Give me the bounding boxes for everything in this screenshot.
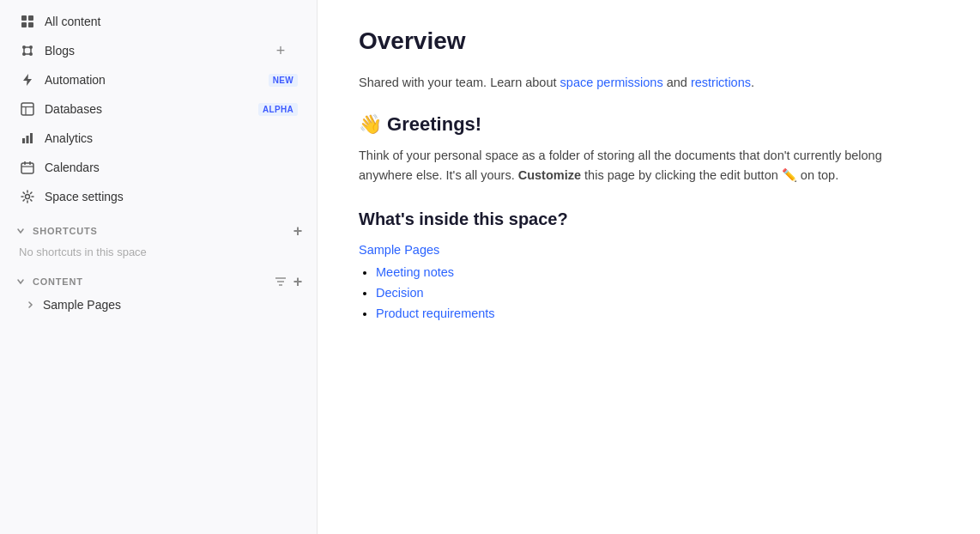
sidebar-item-all-content[interactable]: All content (5, 8, 312, 35)
sidebar-item-analytics[interactable]: Analytics (5, 124, 312, 152)
svg-rect-17 (27, 136, 29, 143)
sidebar-item-calendars[interactable]: Calendars (5, 154, 312, 181)
list-item: Product requirements (376, 306, 939, 320)
content-add-button[interactable]: + (293, 274, 303, 289)
sample-pages-list: Meeting notes Decision Product requireme… (359, 265, 939, 320)
calendar-icon (19, 159, 36, 176)
sidebar: All content Blogs + Automation NEW (0, 0, 318, 534)
page-title: Overview (359, 27, 939, 55)
svg-rect-18 (30, 133, 33, 143)
no-shortcuts-text: No shortcuts in this space (0, 242, 317, 262)
shortcuts-section-header: SHORTCUTS + (0, 215, 317, 242)
sidebar-item-label: Space settings (45, 190, 298, 203)
shortcuts-toggle-icon[interactable] (14, 224, 27, 238)
shortcuts-add-button[interactable]: + (293, 223, 303, 239)
grid-icon (19, 13, 36, 30)
gear-icon (19, 188, 36, 205)
chevron-right-icon (24, 298, 38, 312)
content-item-label: Sample Pages (43, 298, 121, 312)
greeting-body-end: on top. (801, 168, 838, 182)
greeting-customize-bold: Customize (518, 168, 581, 182)
sidebar-item-label: Automation (45, 73, 263, 87)
decision-link[interactable]: Decision (376, 286, 424, 300)
sample-pages-link[interactable]: Sample Pages (359, 243, 939, 257)
product-requirements-link[interactable]: Product requirements (376, 306, 495, 320)
svg-rect-16 (22, 138, 25, 143)
greeting-body-post: this page by clicking the edit button (584, 168, 778, 182)
intro-paragraph: Shared with your team. Learn about space… (359, 76, 939, 89)
svg-rect-1 (28, 15, 33, 21)
content-actions: + (275, 274, 303, 289)
list-item: Decision (376, 286, 939, 300)
sidebar-item-databases[interactable]: Databases ALPHA (5, 95, 312, 123)
filter-icon[interactable] (275, 276, 287, 288)
databases-alpha-badge: ALPHA (258, 103, 298, 116)
sidebar-item-label: Blogs (45, 44, 272, 58)
svg-rect-3 (28, 22, 33, 27)
content-label: CONTENT (33, 276, 83, 287)
main-content-area: Overview Shared with your team. Learn ab… (318, 0, 980, 534)
sidebar-item-space-settings[interactable]: Space settings (5, 183, 312, 210)
shortcuts-label: SHORTCUTS (33, 226, 98, 236)
sidebar-item-label: Analytics (45, 131, 298, 145)
whats-inside-heading: What's inside this space? (359, 209, 939, 229)
restrictions-link[interactable]: restrictions (691, 76, 751, 89)
sidebar-item-label: Calendars (45, 161, 298, 174)
sidebar-item-blogs[interactable]: Blogs + (5, 37, 312, 64)
sidebar-item-label: All content (45, 15, 298, 28)
svg-point-23 (26, 195, 30, 199)
content-section-header: CONTENT + (0, 265, 317, 293)
content-item-sample-pages[interactable]: Sample Pages (5, 294, 312, 316)
svg-rect-2 (21, 22, 27, 27)
greeting-body: Think of your personal space as a folder… (359, 146, 939, 185)
svg-rect-13 (21, 103, 33, 115)
sidebar-item-label: Databases (45, 102, 253, 116)
space-permissions-link[interactable]: space permissions (560, 76, 663, 89)
svg-marker-12 (23, 74, 32, 86)
content-toggle-icon[interactable] (14, 275, 27, 288)
meeting-notes-link[interactable]: Meeting notes (376, 265, 454, 279)
automation-new-badge: NEW (269, 74, 298, 87)
bolt-icon (19, 71, 36, 88)
svg-rect-0 (21, 15, 27, 21)
greeting-heading: 👋 Greetings! (359, 113, 939, 136)
table-icon (19, 100, 36, 118)
list-item: Meeting notes (376, 265, 939, 279)
sidebar-item-automation[interactable]: Automation NEW (5, 66, 312, 94)
chart-icon (19, 130, 36, 147)
svg-rect-19 (21, 163, 33, 173)
quotes-icon (19, 42, 36, 59)
plus-icon: + (272, 42, 289, 59)
